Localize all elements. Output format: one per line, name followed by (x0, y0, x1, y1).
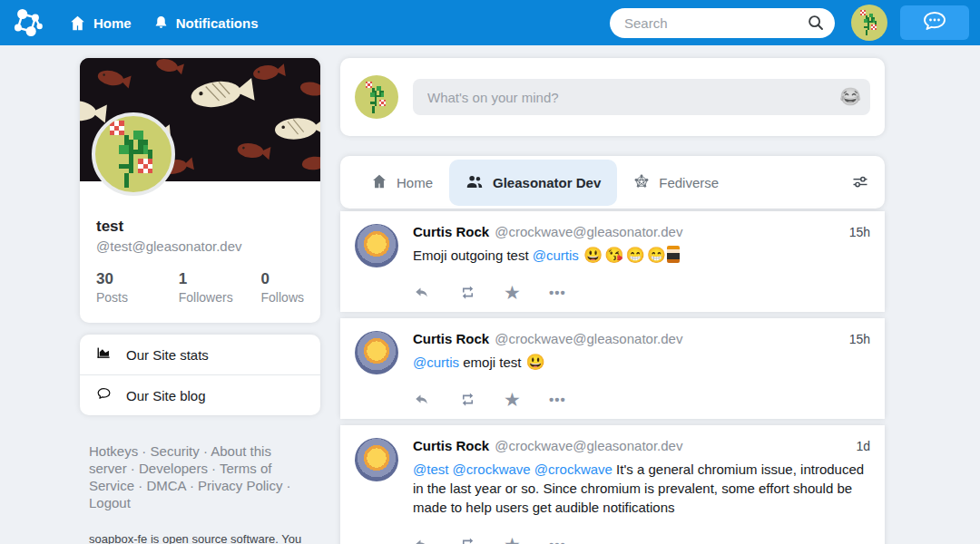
reply-icon[interactable] (413, 537, 458, 544)
post[interactable]: Curtis Rock @crockwave@gleasonator.dev 1… (340, 211, 885, 312)
tab-label: Home (397, 175, 433, 190)
opensource-text: soapbox-fe is open source software. You … (89, 532, 301, 544)
post-author-avatar[interactable] (355, 331, 398, 374)
footer-link[interactable]: DMCA (146, 478, 185, 493)
post-content: @curtis emoji test 😃 (413, 353, 870, 372)
emoji: 😃 (583, 247, 603, 264)
sidebar-item-site-stats[interactable]: Our Site stats (80, 335, 320, 374)
search-input[interactable] (610, 8, 835, 38)
tab-fediverse[interactable]: Fediverse (617, 160, 735, 206)
post-content: Emoji outgoing test @curtis 😃😘😁😁 (413, 246, 870, 265)
home-icon (371, 174, 387, 191)
post-actions: ★ ••• (413, 391, 870, 408)
site-blog-icon (95, 385, 113, 405)
chat-bubble-icon (921, 10, 948, 36)
chat-button[interactable] (900, 5, 969, 40)
ellipsis-icon[interactable]: ••• (549, 540, 594, 544)
compose-card: 😂 (340, 58, 885, 136)
site-stats-icon (95, 345, 113, 364)
profile-stats: 30 Posts 1 Followers 0 Follows (80, 254, 320, 323)
post-author[interactable]: Curtis Rock (413, 224, 489, 239)
footer-link[interactable]: Hotkeys (89, 443, 138, 459)
profile-avatar[interactable] (92, 112, 175, 196)
post-author-avatar[interactable] (355, 224, 398, 267)
post-text: emoji test (459, 355, 525, 370)
sidebar-menu: Our Site stats Our Site blog (80, 335, 320, 415)
sidebar-item-site-blog[interactable]: Our Site blog (80, 374, 320, 415)
profile-display-name: test (96, 218, 304, 236)
search (610, 8, 835, 38)
post-author-handle[interactable]: @crockwave@gleasonator.dev (495, 331, 836, 346)
post-timestamp[interactable]: 15h (849, 332, 870, 346)
post[interactable]: Curtis Rock @crockwave@gleasonator.dev 1… (340, 318, 885, 419)
emoji: 😃 (526, 354, 545, 371)
post-text (579, 248, 583, 263)
post-author-avatar[interactable] (355, 438, 398, 481)
stat-posts[interactable]: 30 Posts (96, 270, 179, 305)
repost-icon[interactable] (458, 391, 504, 408)
mention-link[interactable]: @curtis (413, 355, 459, 370)
compose-avatar[interactable] (355, 75, 398, 119)
star-icon[interactable]: ★ (504, 537, 549, 544)
compose-input[interactable] (413, 79, 870, 115)
stat-followers[interactable]: 1 Followers (179, 270, 261, 305)
star-icon[interactable]: ★ (504, 285, 549, 301)
post[interactable]: Curtis Rock @crockwave@gleasonator.dev 1… (340, 425, 885, 544)
repost-icon[interactable] (458, 536, 504, 544)
bell-icon (153, 15, 169, 31)
user-avatar[interactable] (851, 5, 887, 41)
main-column: 😂 Home Gleasonator Dev (340, 58, 885, 544)
post-timestamp[interactable]: 15h (849, 225, 870, 239)
page-layout: test @test@gleasonator.dev 30 Posts 1 Fo… (0, 45, 980, 544)
footer-link[interactable]: Privacy Policy (198, 478, 282, 493)
reply-icon[interactable] (413, 392, 458, 408)
footer-link[interactable]: Developers (139, 461, 208, 476)
post-actions: ★ ••• (413, 284, 870, 301)
emoji: 😁 (625, 247, 644, 264)
fediverse-icon (633, 173, 650, 192)
emoji-picker-button[interactable]: 😂 (839, 86, 861, 108)
emoji: 😘 (604, 247, 623, 264)
nav-home-label: Home (93, 15, 132, 31)
sidebar: test @test@gleasonator.dev 30 Posts 1 Fo… (80, 58, 320, 544)
timeline: Curtis Rock @crockwave@gleasonator.dev 1… (340, 211, 885, 544)
repost-icon[interactable] (458, 284, 504, 301)
post-timestamp[interactable]: 1d (856, 439, 870, 453)
footer-links: Hotkeys · Security · About this server ·… (80, 442, 309, 511)
post-actions: ★ ••• (413, 536, 870, 544)
group-icon (466, 173, 484, 192)
tab-home[interactable]: Home (355, 160, 449, 205)
post-author[interactable]: Curtis Rock (413, 438, 489, 453)
star-icon[interactable]: ★ (504, 392, 549, 408)
timeline-tabs: Home Gleasonator Dev (340, 156, 885, 209)
footer-link[interactable]: Security (151, 443, 200, 459)
search-icon[interactable] (806, 13, 826, 36)
opensource-note: soapbox-fe is open source software. You … (80, 529, 312, 544)
mention-link[interactable]: @crockwave (453, 461, 531, 477)
post-author-handle[interactable]: @crockwave@gleasonator.dev (495, 438, 843, 453)
post-content: @test @crockwave @crockwave It's a gener… (413, 460, 870, 517)
post-text: Emoji outgoing test (413, 248, 533, 263)
mention-link[interactable]: @test (413, 461, 448, 477)
home-icon (69, 15, 86, 31)
stat-follows[interactable]: 0 Follows (261, 270, 304, 305)
reply-icon[interactable] (413, 285, 458, 301)
tab-label: Gleasonator Dev (493, 175, 601, 190)
app-logo-icon[interactable] (9, 4, 47, 42)
nav-notifications-label: Notifications (176, 15, 259, 31)
pixel-character-emoji (667, 246, 680, 263)
mention-link[interactable]: @curtis (533, 248, 579, 263)
tab-gleasonator-dev[interactable]: Gleasonator Dev (449, 160, 617, 206)
mention-link[interactable]: @crockwave (534, 461, 612, 477)
post-author-handle[interactable]: @crockwave@gleasonator.dev (495, 224, 836, 239)
timeline-settings-icon[interactable] (850, 173, 870, 191)
profile-handle: @test@gleasonator.dev (96, 238, 304, 254)
ellipsis-icon[interactable]: ••• (549, 288, 594, 297)
emoji: 😁 (647, 247, 666, 264)
nav-home[interactable]: Home (69, 15, 132, 31)
nav-notifications[interactable]: Notifications (153, 15, 259, 31)
post-author[interactable]: Curtis Rock (413, 331, 489, 346)
footer-link[interactable]: Logout (89, 495, 131, 510)
profile-card[interactable]: test @test@gleasonator.dev 30 Posts 1 Fo… (80, 58, 320, 323)
ellipsis-icon[interactable]: ••• (549, 395, 594, 404)
